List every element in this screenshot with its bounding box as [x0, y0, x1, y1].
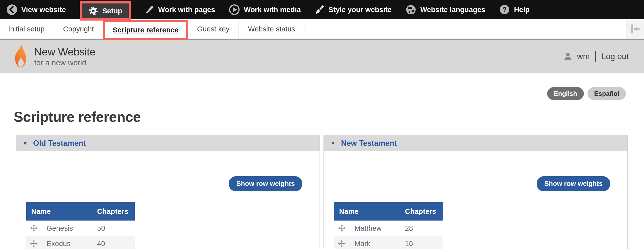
panel-new-testament: ▼ New Testament Show row weights Name Ch… [324, 135, 628, 249]
nav-website-languages[interactable]: Website languages [406, 4, 485, 15]
tab-label: Copyright [63, 25, 94, 33]
site-title: New Website [34, 46, 95, 58]
person-icon [564, 52, 572, 61]
header-account-area: wm Log out [564, 51, 629, 62]
tab-label: Guest key [197, 25, 230, 33]
panel-old-testament-header[interactable]: ▼ Old Testament [16, 135, 320, 151]
collapse-left-icon [630, 23, 641, 35]
nav-work-with-pages[interactable]: Work with pages [145, 5, 215, 14]
top-navigation: View website Setup Work with pages Work … [0, 0, 644, 19]
site-header: New Website for a new world wm Log out [0, 40, 644, 73]
table-row: Exodus 40 [26, 236, 135, 249]
tab-initial-setup[interactable]: Initial setup [0, 19, 54, 39]
book-name: Mark [354, 240, 370, 248]
nav-label: Website languages [420, 6, 485, 14]
show-row-weights-button[interactable]: Show row weights [229, 176, 302, 191]
gear-icon [88, 6, 98, 16]
book-chapters: 16 [405, 236, 443, 249]
globe-icon [406, 4, 416, 15]
nav-label: View website [21, 6, 66, 14]
nav-setup[interactable]: Setup [80, 1, 131, 20]
nav-label: Style your website [328, 6, 392, 14]
book-chapters: 40 [97, 236, 135, 249]
book-chapters: 28 [405, 221, 443, 236]
nav-work-with-media[interactable]: Work with media [229, 4, 301, 15]
column-header-name: Name [26, 202, 97, 221]
tabbar-spacer [304, 19, 626, 39]
nav-label: Setup [102, 7, 122, 15]
book-chapters: 50 [97, 221, 135, 236]
nav-label: Work with media [244, 6, 301, 14]
panel-body: Show row weights Name Chapters [324, 151, 628, 249]
nav-view-website[interactable]: View website [6, 4, 66, 15]
book-name: Matthew [354, 224, 382, 233]
flame-logo [14, 44, 28, 69]
setup-tab-bar: Initial setup Copyright Scripture refere… [0, 19, 644, 40]
tab-copyright[interactable]: Copyright [54, 19, 103, 39]
header-divider [595, 51, 596, 62]
books-table: Name Chapters [334, 202, 443, 249]
testament-panels: ▼ Old Testament Show row weights Name Ch… [16, 135, 628, 249]
nav-label: Help [514, 6, 530, 14]
panel-old-testament: ▼ Old Testament Show row weights Name Ch… [16, 135, 320, 249]
panel-title: New Testament [341, 139, 397, 148]
language-button-english[interactable]: English [547, 87, 584, 100]
column-header-name: Name [334, 202, 405, 221]
brush-icon [314, 5, 324, 14]
site-identity: New Website for a new world [34, 46, 95, 67]
user-account-link[interactable]: wm [564, 52, 590, 61]
collapse-triangle-icon: ▼ [22, 140, 28, 146]
book-name: Genesis [46, 224, 73, 233]
language-switcher: English Español [0, 73, 644, 100]
help-icon: ? [499, 4, 510, 15]
column-header-chapters: Chapters [405, 202, 443, 221]
collapse-panel-button[interactable] [626, 19, 644, 39]
language-button-espanol[interactable]: Español [588, 87, 626, 100]
table-row: Mark 16 [334, 236, 443, 249]
column-header-chapters: Chapters [97, 202, 135, 221]
svg-text:?: ? [502, 6, 507, 13]
main-content: English Español Scripture reference ▼ Ol… [0, 73, 644, 249]
tab-scripture-reference[interactable]: Scripture reference [103, 20, 188, 40]
page-title: Scripture reference [14, 108, 644, 125]
tab-label: Scripture reference [113, 26, 178, 34]
nav-label: Work with pages [158, 6, 215, 14]
logout-link[interactable]: Log out [602, 52, 629, 61]
tab-website-status[interactable]: Website status [239, 19, 304, 39]
panel-new-testament-header[interactable]: ▼ New Testament [324, 135, 628, 151]
tab-guest-key[interactable]: Guest key [188, 19, 239, 39]
books-table: Name Chapters [26, 202, 135, 249]
language-label: Español [594, 90, 619, 97]
drag-handle-icon[interactable] [338, 240, 346, 247]
panel-title: Old Testament [33, 139, 86, 148]
panel-body: Show row weights Name Chapters [16, 151, 320, 249]
play-icon [229, 4, 240, 15]
drag-handle-icon[interactable] [338, 225, 346, 232]
collapse-triangle-icon: ▼ [330, 140, 336, 146]
language-label: English [554, 90, 577, 97]
site-subtitle: for a new world [34, 58, 95, 67]
username: wm [577, 52, 590, 61]
drag-handle-icon[interactable] [30, 225, 38, 232]
nav-style-your-website[interactable]: Style your website [314, 5, 392, 14]
table-header-row: Name Chapters [334, 202, 443, 221]
pencil-icon [145, 5, 154, 14]
table-row: Matthew 28 [334, 221, 443, 236]
table-row: Genesis 50 [26, 221, 135, 236]
back-icon [6, 4, 17, 15]
nav-help[interactable]: ? Help [499, 4, 530, 15]
show-row-weights-button[interactable]: Show row weights [537, 176, 610, 191]
drag-handle-icon[interactable] [30, 240, 38, 247]
book-name: Exodus [46, 240, 70, 248]
tab-label: Initial setup [8, 25, 44, 33]
table-header-row: Name Chapters [26, 202, 135, 221]
tab-label: Website status [248, 25, 295, 33]
